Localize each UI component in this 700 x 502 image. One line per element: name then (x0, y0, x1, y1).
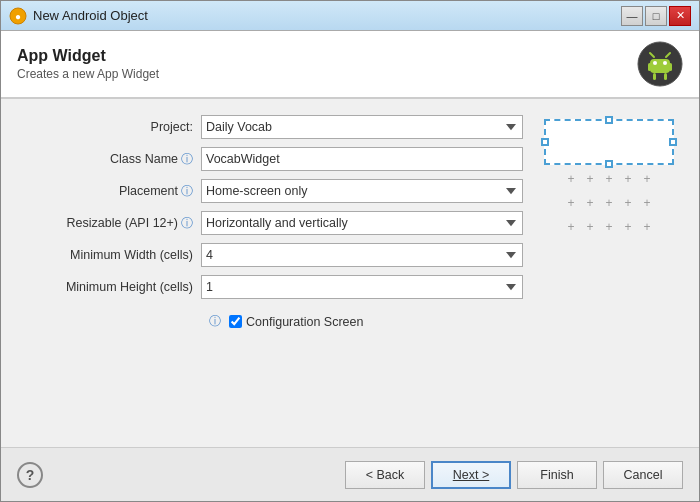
plus-4: + (625, 173, 632, 185)
placement-select[interactable]: Home-screen only Keyguard only Any (201, 179, 523, 203)
handle-left (541, 138, 549, 146)
svg-point-5 (663, 61, 667, 65)
content-area: App Widget Creates a new App Widget (1, 31, 699, 501)
handle-top (605, 116, 613, 124)
plus-1: + (567, 173, 574, 185)
title-bar-buttons: — □ ✕ (621, 6, 691, 26)
plus-3: + (605, 173, 612, 185)
min-width-select[interactable]: 1234567 (201, 243, 523, 267)
dots-container: + + + + + + + + + + (567, 173, 650, 237)
widget-preview: + + + + + + + + + + (539, 115, 679, 307)
next-button[interactable]: Next > (431, 461, 511, 489)
plus-15: + (644, 221, 651, 233)
back-button[interactable]: < Back (345, 461, 425, 489)
form-section: Project: Daily Vocab Class Name ⓘ (1, 99, 699, 447)
placement-control: Home-screen only Keyguard only Any (201, 179, 523, 203)
minimize-button[interactable]: — (621, 6, 643, 26)
form-fields: Project: Daily Vocab Class Name ⓘ (21, 115, 523, 307)
min-width-control: 1234567 (201, 243, 523, 267)
plus-12: + (586, 221, 593, 233)
plus-14: + (625, 221, 632, 233)
window-title: New Android Object (33, 8, 148, 23)
form-grid: Project: Daily Vocab Class Name ⓘ (21, 115, 679, 307)
svg-rect-8 (648, 63, 651, 71)
classname-info-icon[interactable]: ⓘ (181, 151, 193, 168)
min-height-row: Minimum Height (cells) 1234567 (21, 275, 523, 299)
classname-row: Class Name ⓘ (21, 147, 523, 171)
plus-9: + (625, 197, 632, 209)
resizable-control: Horizontally and vertically Horizontally… (201, 211, 523, 235)
plus-11: + (567, 221, 574, 233)
placement-info-icon[interactable]: ⓘ (181, 183, 193, 200)
project-label: Project: (21, 120, 201, 134)
svg-point-4 (653, 61, 657, 65)
svg-rect-9 (669, 63, 672, 71)
resizable-label: Resizable (API 12+) ⓘ (21, 215, 201, 232)
widget-box (544, 119, 674, 165)
resizable-select[interactable]: Horizontally and vertically Horizontally… (201, 211, 523, 235)
cancel-button[interactable]: Cancel (603, 461, 683, 489)
page-title: App Widget (17, 47, 159, 65)
svg-rect-3 (650, 59, 670, 73)
classname-label: Class Name ⓘ (21, 151, 201, 168)
maximize-button[interactable]: □ (645, 6, 667, 26)
config-info-icon[interactable]: ⓘ (209, 313, 221, 330)
header-text: App Widget Creates a new App Widget (17, 47, 159, 81)
classname-input[interactable] (201, 147, 523, 171)
svg-rect-11 (664, 73, 667, 80)
help-button[interactable]: ? (17, 462, 43, 488)
title-bar-left: ● New Android Object (9, 7, 148, 25)
plus-2: + (586, 173, 593, 185)
config-screen-row: ⓘ Configuration Screen (209, 313, 679, 330)
dots-row-3: + + + + + (567, 221, 650, 233)
min-width-row: Minimum Width (cells) 1234567 (21, 243, 523, 267)
svg-rect-10 (653, 73, 656, 80)
resizable-info-icon[interactable]: ⓘ (181, 215, 193, 232)
plus-7: + (586, 197, 593, 209)
project-control: Daily Vocab (201, 115, 523, 139)
plus-8: + (605, 197, 612, 209)
app-icon: ● (9, 7, 27, 25)
handle-right (669, 138, 677, 146)
svg-text:●: ● (15, 11, 21, 22)
finish-button[interactable]: Finish (517, 461, 597, 489)
config-screen-label: Configuration Screen (246, 315, 363, 329)
window: ● New Android Object — □ ✕ App Widget Cr… (0, 0, 700, 502)
dots-row-2: + + + + + (567, 197, 650, 209)
header-section: App Widget Creates a new App Widget (1, 31, 699, 98)
plus-6: + (567, 197, 574, 209)
min-height-label: Minimum Height (cells) (21, 280, 201, 294)
project-row: Project: Daily Vocab (21, 115, 523, 139)
plus-5: + (644, 173, 651, 185)
min-width-label: Minimum Width (cells) (21, 248, 201, 262)
android-logo (637, 41, 683, 87)
plus-13: + (605, 221, 612, 233)
dots-row-1: + + + + + (567, 173, 650, 185)
resizable-row: Resizable (API 12+) ⓘ Horizontally and v… (21, 211, 523, 235)
close-button[interactable]: ✕ (669, 6, 691, 26)
plus-10: + (644, 197, 651, 209)
min-height-select[interactable]: 1234567 (201, 275, 523, 299)
footer-buttons: < Back Next > Finish Cancel (345, 461, 683, 489)
config-screen-checkbox[interactable] (229, 315, 242, 328)
footer-left: ? (17, 462, 43, 488)
placement-label: Placement ⓘ (21, 183, 201, 200)
page-subtitle: Creates a new App Widget (17, 67, 159, 81)
title-bar: ● New Android Object — □ ✕ (1, 1, 699, 31)
min-height-control: 1234567 (201, 275, 523, 299)
project-select[interactable]: Daily Vocab (201, 115, 523, 139)
footer-section: ? < Back Next > Finish Cancel (1, 447, 699, 501)
classname-control (201, 147, 523, 171)
placement-row: Placement ⓘ Home-screen only Keyguard on… (21, 179, 523, 203)
handle-bottom (605, 160, 613, 168)
